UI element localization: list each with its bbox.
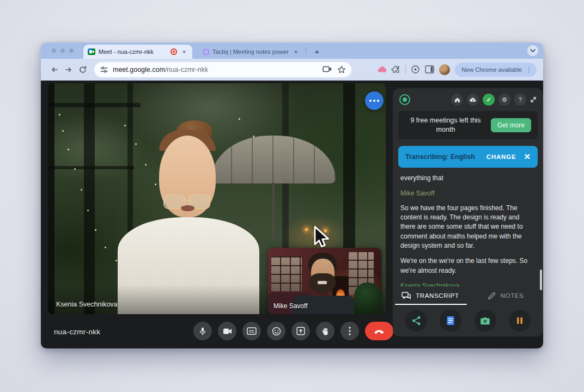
upload-button[interactable] — [467, 94, 479, 106]
captions-icon: CC — [247, 327, 257, 335]
get-more-button[interactable]: Get more — [491, 118, 531, 132]
tab-divider — [306, 47, 306, 54]
transcript-entry: everything that — [400, 174, 536, 183]
tactiq-logo-icon — [399, 94, 410, 105]
url-text: meet.google.com/nua-czmr-nkk — [113, 66, 208, 74]
more-options-button[interactable] — [340, 322, 359, 340]
camera-button[interactable] — [218, 322, 236, 340]
resize-panel-icon[interactable] — [530, 96, 537, 103]
tab-tactiq[interactable]: Tactiq | Meeting notes power × — [200, 45, 313, 59]
export-doc-button[interactable] — [440, 310, 461, 332]
extension-lens-icon[interactable] — [411, 65, 420, 74]
reactions-button[interactable] — [267, 322, 285, 340]
camera-icon — [480, 317, 490, 325]
back-button[interactable] — [47, 63, 62, 77]
meeting-code-label: nua-czmr-nkk — [54, 328, 100, 336]
side-panel-icon[interactable] — [425, 65, 434, 74]
transcribing-banner: Transcribing: English CHANGE ✕ — [398, 146, 538, 168]
tactiq-tabs: TRANSCRIPT NOTES — [393, 286, 543, 305]
site-settings-icon[interactable] — [100, 65, 108, 74]
close-banner-icon[interactable]: ✕ — [524, 152, 531, 162]
privacy-shield-button[interactable]: ✓ — [483, 94, 495, 106]
close-window-button[interactable] — [52, 48, 56, 53]
tab-transcript[interactable]: TRANSCRIPT — [393, 286, 468, 305]
pencil-icon — [488, 292, 496, 300]
close-tab-icon[interactable]: × — [180, 48, 188, 55]
mic-button[interactable] — [193, 322, 212, 340]
close-tab-icon[interactable]: × — [292, 48, 300, 55]
settings-button[interactable]: ⚙ — [498, 94, 510, 106]
chrome-menu-icon[interactable]: ⋮ — [526, 66, 532, 73]
transcript-entry: Ksenia Svechnikova oh, that's amazing to… — [400, 281, 536, 286]
extensions-puzzle-icon[interactable] — [391, 65, 400, 74]
string-lights — [59, 114, 60, 115]
transcript-text: We're on the we're on the last few steps… — [400, 256, 536, 275]
change-language-button[interactable]: CHANGE — [486, 154, 516, 160]
tab-strip: Meet - nua-czmr-nkk × Tactiq | Meeting n… — [41, 42, 543, 59]
share-button[interactable] — [405, 310, 427, 332]
extension-pink-icon[interactable] — [378, 66, 386, 73]
window-controls — [52, 48, 74, 53]
end-call-button[interactable] — [365, 322, 393, 340]
participant-video-pip[interactable]: Mike Savoff — [268, 248, 381, 314]
reload-button[interactable] — [76, 63, 90, 77]
tab-meet[interactable]: Meet - nua-czmr-nkk × — [83, 45, 192, 59]
zoom-window-button[interactable] — [69, 48, 74, 53]
meet-favicon-icon — [88, 48, 95, 55]
tab-search-button[interactable] — [527, 45, 538, 56]
candles — [305, 228, 308, 231]
url-path: /nua-czmr-nkk — [165, 66, 208, 74]
cloud-upload-icon — [470, 97, 476, 102]
participant-figure — [181, 205, 194, 211]
home-button[interactable] — [451, 94, 463, 106]
scrollbar-thumb[interactable] — [540, 270, 542, 290]
tab-meet-title: Meet - nua-czmr-nkk — [99, 48, 167, 55]
present-icon — [296, 327, 305, 335]
bookmark-star-icon[interactable] — [337, 65, 346, 74]
tab-notes-label: NOTES — [501, 292, 524, 299]
meet-controls: CC — [193, 322, 393, 340]
tactiq-floating-bubble[interactable] — [365, 91, 384, 110]
tab-transcript-label: TRANSCRIPT — [416, 292, 459, 299]
forward-arrow-icon — [64, 65, 73, 74]
raise-hand-icon — [321, 327, 330, 336]
tab-notes[interactable]: NOTES — [468, 286, 543, 305]
active-tab-underline — [395, 304, 467, 305]
tactiq-action-bar — [393, 305, 543, 336]
transcribing-label: Transcribing: English — [405, 153, 475, 161]
captions-button[interactable]: CC — [242, 322, 261, 340]
present-button[interactable] — [291, 322, 310, 340]
chat-icon — [402, 292, 411, 300]
raise-hand-button[interactable] — [316, 322, 334, 340]
toolbar-divider — [405, 65, 406, 74]
cc-glyph: CC — [249, 329, 254, 333]
tactiq-favicon-icon — [203, 49, 209, 55]
chrome-update-button[interactable]: New Chrome available ⋮ — [455, 63, 537, 77]
tab-media-icon[interactable] — [323, 66, 332, 74]
scene-frame — [48, 83, 54, 314]
pause-icon — [516, 317, 523, 324]
forward-button[interactable] — [62, 63, 76, 77]
address-bar[interactable]: meet.google.com/nua-czmr-nkk — [94, 62, 351, 77]
profile-avatar[interactable] — [439, 64, 450, 75]
patio-umbrella — [211, 136, 336, 183]
help-button[interactable]: ? — [514, 94, 526, 106]
scene-frame — [48, 103, 141, 107]
transcript-entry: Mike Savoff So we have the four pages fi… — [400, 189, 536, 250]
scene-window — [271, 256, 302, 291]
screenshot-button[interactable] — [474, 310, 496, 332]
minimize-window-button[interactable] — [60, 48, 65, 53]
help-icon: ? — [519, 96, 522, 103]
google-doc-icon — [446, 316, 455, 326]
browser-toolbar: meet.google.com/nua-czmr-nkk New Chrome … — [41, 59, 543, 81]
emoji-icon — [272, 327, 281, 336]
scene-frame — [84, 83, 95, 314]
participant-name-label: Ksenia Svechnikova — [56, 301, 118, 308]
reload-icon — [78, 65, 87, 74]
new-tab-button[interactable]: + — [311, 45, 323, 57]
share-icon — [412, 316, 421, 326]
pause-transcription-button[interactable] — [509, 310, 531, 332]
browser-window: Meet - nua-czmr-nkk × Tactiq | Meeting n… — [41, 42, 543, 348]
mic-icon — [198, 327, 207, 336]
transcript-text: So we have the four pages finished. The … — [400, 204, 536, 251]
